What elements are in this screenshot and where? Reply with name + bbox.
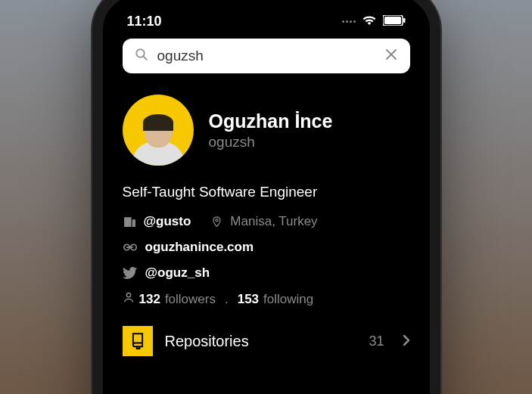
svg-point-7 — [216, 219, 218, 222]
profile-location: Manisa, Turkey — [230, 214, 317, 229]
website-row[interactable]: oguzhanince.com — [123, 240, 410, 255]
search-icon — [135, 48, 148, 64]
svg-point-11 — [126, 293, 130, 297]
repositories-row[interactable]: Repositories 31 — [123, 326, 410, 356]
search-bar[interactable] — [123, 39, 410, 73]
follow-stats[interactable]: 132 followers . 153 following — [123, 291, 410, 308]
profile-website[interactable]: oguzhanince.com — [145, 240, 254, 255]
svg-line-4 — [143, 56, 147, 60]
profile-bio: Self-Taught Software Engineer — [123, 184, 410, 200]
profile-company[interactable]: @gusto — [144, 214, 191, 229]
twitter-icon — [123, 267, 138, 279]
repositories-label: Repositories — [165, 333, 357, 350]
profile-username: oguzsh — [209, 134, 333, 150]
followers-count: 132 — [139, 292, 160, 307]
profile-twitter[interactable]: @oguz_sh — [145, 265, 210, 281]
status-time: 11:10 — [127, 14, 162, 29]
repositories-count: 31 — [369, 334, 384, 349]
status-indicators — [342, 14, 406, 29]
clear-icon[interactable] — [384, 48, 398, 64]
phone-frame: 11:10 — [92, 0, 440, 394]
repository-icon — [123, 326, 153, 356]
battery-icon — [383, 14, 406, 29]
following-label: following — [263, 292, 313, 307]
link-icon — [123, 243, 138, 252]
profile-display-name: Oguzhan İnce — [209, 110, 333, 132]
following-count: 153 — [238, 292, 259, 307]
profile-header: Oguzhan İnce oguzsh — [123, 95, 410, 166]
company-location-row: @gusto Manisa, Turkey — [123, 214, 410, 229]
svg-rect-2 — [403, 18, 406, 23]
search-input[interactable] — [157, 48, 375, 64]
chevron-right-icon — [403, 333, 410, 350]
status-bar: 11:10 — [103, 6, 430, 39]
twitter-row[interactable]: @oguz_sh — [123, 265, 410, 281]
wifi-icon — [362, 14, 377, 29]
followers-label: followers — [165, 292, 216, 307]
cellular-icon — [342, 20, 356, 23]
svg-rect-1 — [384, 17, 401, 24]
location-icon — [209, 215, 224, 228]
organization-icon — [123, 216, 138, 228]
avatar[interactable] — [123, 95, 194, 166]
person-icon — [123, 291, 135, 308]
